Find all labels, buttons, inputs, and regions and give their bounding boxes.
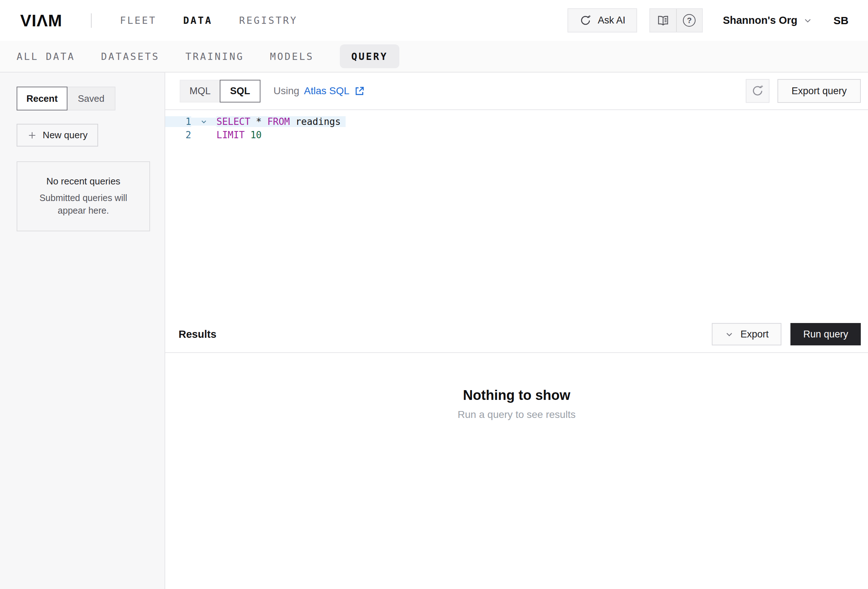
header-right: Ask AI ? Shannon's Org SB [567,8,849,33]
empty-state-subtitle: Submitted queries will appear here. [31,192,136,217]
using-label: Using [273,85,300,97]
saved-tab[interactable]: Saved [68,87,115,111]
fold-chevron-icon[interactable] [191,118,217,126]
results-actions: Export Run query [712,323,861,345]
line-number: 2 [165,130,191,141]
new-query-button[interactable]: New query [16,124,98,147]
ai-sparkle-refresh-icon [751,84,765,98]
nav-tab-registry[interactable]: REGISTRY [239,15,298,26]
content-area: Recent Saved New query No recent queries… [0,73,868,589]
query-toolbar-right: Export query [746,79,861,103]
ai-refresh-button[interactable] [746,79,769,103]
subnav-tab-query[interactable]: QUERY [340,44,399,68]
run-query-button[interactable]: Run query [790,323,861,345]
export-label: Export [740,329,768,340]
query-main-panel: MQL SQL Using Atlas SQL [165,73,868,589]
atlas-sql-link[interactable]: Atlas SQL [304,85,365,97]
question-mark-icon: ? [683,14,695,27]
mql-mode-button[interactable]: MQL [180,80,220,102]
line-number: 1 [165,116,191,127]
results-header: Results Export Run query [165,316,868,353]
query-mode-toggle: MQL SQL [180,80,260,102]
results-empty-title: Nothing to show [463,388,570,403]
external-link-icon [354,86,365,97]
code-line: 2 LIMIT 10 [165,128,868,142]
results-body: Nothing to show Run a query to see resul… [165,353,868,589]
code-line: 1 SELECT * FROM readings [165,115,868,128]
chevron-down-icon [725,330,734,339]
data-subnav: ALL DATA DATASETS TRAINING MODELS QUERY [0,41,868,73]
primary-nav: FLEET DATA REGISTRY [120,15,297,26]
book-icon [657,14,670,27]
export-results-button[interactable]: Export [712,323,781,345]
app-header: VIΛM FLEET DATA REGISTRY Ask AI [0,0,868,41]
help-icon-group: ? [650,8,703,33]
plus-icon [27,130,37,141]
docs-button[interactable] [650,9,676,32]
query-toolbar: MQL SQL Using Atlas SQL [165,73,868,110]
empty-state-title: No recent queries [46,176,120,187]
chevron-down-icon [803,16,812,25]
recent-queries-empty-state: No recent queries Submitted queries will… [16,161,150,231]
code-text: LIMIT 10 [217,130,267,141]
subnav-tab-models[interactable]: MODELS [270,51,314,62]
atlas-sql-link-label: Atlas SQL [304,85,350,97]
subnav-tab-datasets[interactable]: DATASETS [101,51,159,62]
subnav-tab-all-data[interactable]: ALL DATA [16,51,75,62]
new-query-label: New query [43,130,87,141]
ask-ai-label: Ask AI [598,15,626,26]
query-sidebar: Recent Saved New query No recent queries… [0,73,165,589]
org-name: Shannon's Org [723,15,798,26]
nav-tab-data[interactable]: DATA [183,15,213,26]
user-avatar[interactable]: SB [833,15,849,27]
using-atlas-sql: Using Atlas SQL [273,85,365,97]
export-query-button[interactable]: Export query [778,79,861,103]
code-text: SELECT * FROM readings [217,116,345,127]
results-empty-subtitle: Run a query to see results [458,409,576,420]
subnav-tab-training[interactable]: TRAINING [185,51,244,62]
org-switcher[interactable]: Shannon's Org [723,15,813,26]
recent-saved-toggle: Recent Saved [16,87,149,111]
sql-code-editor[interactable]: 1 SELECT * FROM readings 2 LIMIT 10 [165,110,868,316]
viam-logo[interactable]: VIΛM [20,11,62,30]
ai-sparkle-refresh-icon [579,14,592,27]
help-button[interactable]: ? [676,9,702,32]
recent-tab[interactable]: Recent [16,87,68,111]
results-title: Results [179,329,217,340]
ask-ai-button[interactable]: Ask AI [567,8,637,33]
header-divider [91,13,92,28]
nav-tab-fleet[interactable]: FLEET [120,15,156,26]
sql-mode-button[interactable]: SQL [220,80,260,102]
